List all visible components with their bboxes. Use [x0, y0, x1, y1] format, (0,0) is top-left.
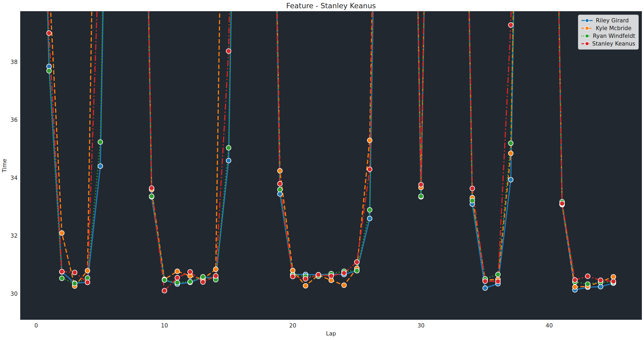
data-point-marker	[59, 231, 64, 236]
data-point-marker	[354, 260, 359, 264]
data-point-marker	[149, 186, 154, 191]
data-point-marker	[342, 283, 346, 288]
data-point-marker	[598, 278, 603, 283]
data-point-marker	[508, 177, 513, 182]
legend: Riley GirardKyle McbrideRyan WindfeldtSt…	[578, 15, 639, 50]
series-line-ryan-windfeldt	[36, 0, 613, 284]
legend-line-sample	[581, 18, 593, 23]
data-point-marker	[278, 187, 282, 192]
data-point-marker	[367, 208, 372, 212]
chart-title: Feature - Stanley Keanus	[20, 2, 642, 10]
series-line-kyle-mcbride	[36, 0, 613, 287]
data-point-marker	[585, 282, 590, 286]
data-point-marker	[483, 279, 488, 284]
legend-item-stanley-keanus: Stanley Keanus	[581, 41, 635, 47]
data-point-marker	[85, 268, 90, 273]
data-point-marker	[201, 274, 205, 279]
x-tick-label: 40	[546, 322, 553, 329]
data-point-marker	[175, 269, 180, 274]
data-point-marker	[226, 158, 231, 163]
y-tick-label: 32	[4, 233, 18, 239]
y-tick-label: 36	[4, 117, 18, 123]
data-point-marker	[98, 140, 103, 144]
legend-item-ryan-windfeldt: Ryan Windfeldt	[581, 33, 635, 39]
x-axis-label: Lap	[20, 330, 642, 337]
data-point-marker	[162, 278, 167, 282]
data-point-marker	[419, 194, 423, 199]
y-tick-label: 34	[4, 175, 18, 181]
data-point-marker	[572, 285, 577, 289]
y-tick-label: 30	[4, 291, 18, 297]
series-markers-riley-girard	[47, 64, 616, 292]
data-point-marker	[213, 274, 218, 278]
legend-label: Stanley Keanus	[592, 41, 635, 47]
x-tick-label: 30	[418, 322, 425, 329]
data-point-marker	[508, 141, 513, 146]
data-point-marker	[419, 182, 423, 187]
legend-item-riley-girard: Riley Girard	[581, 17, 635, 24]
series-line-stanley-keanus	[36, 0, 613, 291]
x-tick-label: 20	[289, 322, 296, 329]
legend-line-sample	[581, 41, 589, 47]
data-point-marker	[149, 194, 154, 199]
legend-line-sample	[581, 33, 590, 39]
series-markers-stanley-keanus	[47, 23, 616, 293]
data-point-marker	[201, 280, 205, 284]
data-point-marker	[72, 281, 77, 286]
data-point-marker	[98, 164, 103, 168]
data-point-marker	[290, 274, 295, 279]
data-point-marker	[47, 68, 51, 73]
data-point-marker	[329, 274, 334, 278]
data-point-marker	[572, 278, 577, 282]
data-point-marker	[496, 279, 500, 284]
legend-item-kyle-mcbride: Kyle Mcbride	[581, 25, 635, 31]
data-point-marker	[303, 284, 308, 288]
data-point-marker	[278, 168, 282, 173]
data-point-marker	[162, 288, 167, 293]
data-point-marker	[72, 270, 77, 275]
data-point-marker	[303, 276, 308, 281]
data-point-marker	[290, 268, 295, 273]
data-point-marker	[342, 271, 346, 276]
data-point-marker	[367, 216, 372, 221]
legend-label: Kyle Mcbride	[596, 25, 631, 31]
data-point-marker	[226, 49, 231, 54]
data-point-marker	[59, 269, 64, 274]
data-point-marker	[585, 274, 590, 279]
data-point-marker	[367, 167, 372, 172]
data-point-marker	[470, 186, 475, 191]
figure: Feature - Stanley Keanus Lap Time 010203…	[0, 0, 644, 340]
data-point-marker	[175, 275, 180, 280]
series-line-riley-girard	[36, 0, 613, 290]
data-point-marker	[85, 280, 90, 285]
legend-label: Riley Girard	[596, 17, 629, 24]
data-point-marker	[470, 198, 475, 203]
y-axis-label: Time	[1, 11, 9, 320]
y-tick-label: 38	[4, 59, 18, 65]
data-point-marker	[611, 274, 616, 279]
series-markers-ryan-windfeldt	[47, 68, 616, 286]
data-point-marker	[188, 269, 192, 274]
data-point-marker	[560, 201, 564, 206]
data-point-marker	[213, 267, 218, 272]
data-point-marker	[367, 138, 372, 143]
data-point-marker	[483, 286, 488, 290]
data-point-marker	[611, 279, 616, 284]
data-point-marker	[496, 272, 500, 277]
data-point-marker	[278, 181, 282, 186]
chart-canvas	[0, 0, 644, 340]
legend-label: Ryan Windfeldt	[593, 33, 635, 39]
data-point-marker	[508, 23, 513, 27]
data-point-marker	[316, 272, 321, 277]
data-point-marker	[188, 279, 192, 284]
data-point-marker	[59, 276, 64, 281]
x-tick-label: 10	[161, 322, 168, 329]
data-point-marker	[175, 280, 180, 285]
data-point-marker	[47, 31, 51, 35]
data-point-marker	[226, 145, 231, 150]
data-point-marker	[354, 268, 359, 273]
x-tick-label: 0	[34, 322, 38, 329]
series-markers-kyle-mcbride	[59, 138, 616, 289]
data-point-marker	[508, 151, 513, 156]
legend-line-sample	[581, 25, 593, 31]
